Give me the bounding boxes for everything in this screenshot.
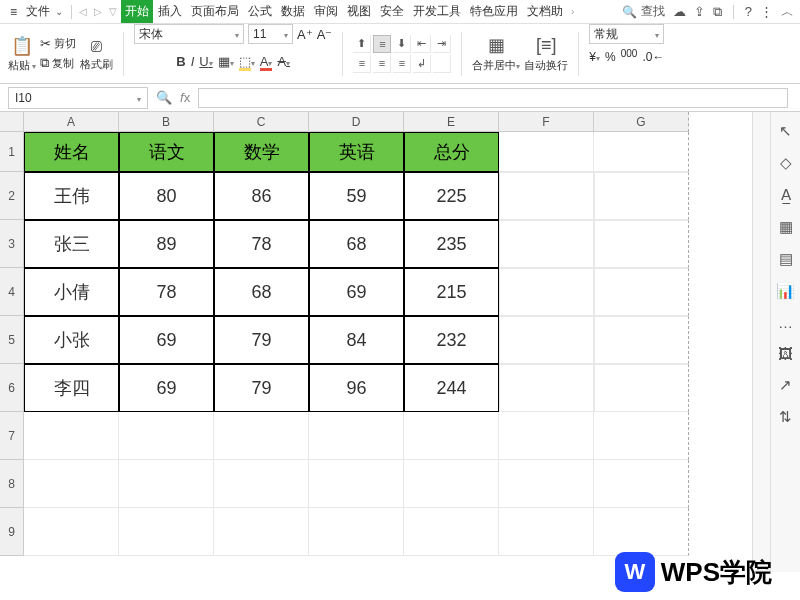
- search-button[interactable]: 🔍查找: [622, 3, 665, 20]
- cell[interactable]: 244: [404, 364, 499, 412]
- cell[interactable]: [214, 508, 309, 556]
- font-style-icon[interactable]: A̲: [781, 186, 791, 204]
- cell[interactable]: 89: [119, 220, 214, 268]
- cell[interactable]: [594, 364, 689, 412]
- row-header[interactable]: 8: [0, 460, 24, 508]
- cell[interactable]: [499, 220, 594, 268]
- merge-center-button[interactable]: ▦ 合并居中: [472, 34, 520, 73]
- cell[interactable]: [594, 172, 689, 220]
- align-left-icon[interactable]: ≡: [353, 55, 371, 73]
- align-top-icon[interactable]: ⬆: [353, 35, 371, 53]
- number-format-select[interactable]: 常规: [589, 24, 664, 44]
- cell[interactable]: 姓名: [24, 132, 119, 172]
- align-bottom-icon[interactable]: ⬇: [393, 35, 411, 53]
- align-center-icon[interactable]: ≡: [373, 55, 391, 73]
- cell[interactable]: [594, 508, 689, 556]
- row-header[interactable]: 5: [0, 316, 24, 364]
- cell[interactable]: 79: [214, 316, 309, 364]
- cell[interactable]: [594, 220, 689, 268]
- nav-fwd-icon[interactable]: ▷: [91, 6, 105, 17]
- cell[interactable]: 王伟: [24, 172, 119, 220]
- cell[interactable]: [499, 268, 594, 316]
- share-icon[interactable]: ↗: [779, 376, 792, 394]
- row-header[interactable]: 2: [0, 172, 24, 220]
- cloud-sync-icon[interactable]: ☁: [673, 4, 686, 19]
- cell[interactable]: 78: [214, 220, 309, 268]
- cell[interactable]: [499, 460, 594, 508]
- cell[interactable]: [24, 412, 119, 460]
- col-header[interactable]: A: [24, 112, 119, 132]
- cell[interactable]: [499, 172, 594, 220]
- tab-insert[interactable]: 插入: [154, 0, 186, 23]
- sheet-grid[interactable]: A B C D E F G 1 姓名 语文 数学 英语 总分 2 王伟 80: [0, 112, 752, 572]
- cell[interactable]: 96: [309, 364, 404, 412]
- cell[interactable]: 232: [404, 316, 499, 364]
- cell[interactable]: 86: [214, 172, 309, 220]
- underline-button[interactable]: U: [199, 54, 212, 69]
- nav-back-icon[interactable]: ◁: [76, 6, 90, 17]
- row-header[interactable]: 7: [0, 412, 24, 460]
- cell[interactable]: 80: [119, 172, 214, 220]
- cell[interactable]: 84: [309, 316, 404, 364]
- cell[interactable]: [119, 412, 214, 460]
- tab-security[interactable]: 安全: [376, 0, 408, 23]
- cell[interactable]: [404, 412, 499, 460]
- more-menu-icon[interactable]: ⋮: [760, 4, 773, 19]
- cell[interactable]: [404, 508, 499, 556]
- tab-devtools[interactable]: 开发工具: [409, 0, 465, 23]
- ellipsis-icon[interactable]: …: [778, 314, 793, 331]
- tab-scroll-right-icon[interactable]: ›: [568, 6, 577, 17]
- cell[interactable]: 69: [119, 316, 214, 364]
- thousands-format-icon[interactable]: 000: [621, 48, 638, 65]
- image-tool-icon[interactable]: 🖼: [778, 345, 793, 362]
- border-button[interactable]: ▦: [218, 54, 234, 69]
- bold-button[interactable]: B: [176, 54, 185, 69]
- tab-view[interactable]: 视图: [343, 0, 375, 23]
- sort-tool-icon[interactable]: ⇅: [779, 408, 792, 426]
- cursor-tool-icon[interactable]: ↖: [779, 122, 792, 140]
- tab-dochelper[interactable]: 文档助: [523, 0, 567, 23]
- cell[interactable]: 69: [309, 268, 404, 316]
- cell[interactable]: 英语: [309, 132, 404, 172]
- row-header[interactable]: 4: [0, 268, 24, 316]
- nav-fwd2-icon[interactable]: ▽: [106, 6, 120, 17]
- tab-data[interactable]: 数据: [277, 0, 309, 23]
- cell[interactable]: 68: [309, 220, 404, 268]
- cell[interactable]: [119, 508, 214, 556]
- indent-increase-icon[interactable]: ⇥: [433, 35, 451, 53]
- cell[interactable]: [499, 508, 594, 556]
- cell[interactable]: 数学: [214, 132, 309, 172]
- cell[interactable]: 235: [404, 220, 499, 268]
- grid-tool-icon[interactable]: ▤: [779, 250, 793, 268]
- help-icon[interactable]: ?: [745, 4, 752, 19]
- file-menu[interactable]: 文件: [22, 1, 67, 22]
- cell[interactable]: 215: [404, 268, 499, 316]
- cell[interactable]: [594, 268, 689, 316]
- format-brush-button[interactable]: ⎚ 格式刷: [80, 36, 113, 72]
- cell[interactable]: [309, 460, 404, 508]
- cell[interactable]: 225: [404, 172, 499, 220]
- fx-icon[interactable]: fx: [180, 90, 190, 105]
- cell[interactable]: [499, 412, 594, 460]
- col-header[interactable]: B: [119, 112, 214, 132]
- select-tool-icon[interactable]: ◇: [780, 154, 792, 172]
- row-header[interactable]: 3: [0, 220, 24, 268]
- font-size-select[interactable]: 11: [248, 24, 293, 44]
- col-header[interactable]: C: [214, 112, 309, 132]
- auto-wrap-button[interactable]: [≡] 自动换行: [524, 35, 568, 73]
- fill-color-button[interactable]: ⬚: [239, 54, 255, 69]
- share-icon-small[interactable]: ⇪: [694, 4, 705, 19]
- cell[interactable]: 小倩: [24, 268, 119, 316]
- font-name-select[interactable]: 宋体: [134, 24, 244, 44]
- tab-formula[interactable]: 公式: [244, 0, 276, 23]
- align-right-icon[interactable]: ≡: [393, 55, 411, 73]
- col-header[interactable]: F: [499, 112, 594, 132]
- copy-button[interactable]: ⧉复制: [40, 55, 76, 71]
- cell[interactable]: 张三: [24, 220, 119, 268]
- cell[interactable]: [24, 508, 119, 556]
- paste-button[interactable]: 📋 粘贴: [8, 35, 36, 73]
- cell[interactable]: [499, 316, 594, 364]
- italic-button[interactable]: I: [191, 54, 195, 69]
- col-header[interactable]: D: [309, 112, 404, 132]
- cell[interactable]: [594, 316, 689, 364]
